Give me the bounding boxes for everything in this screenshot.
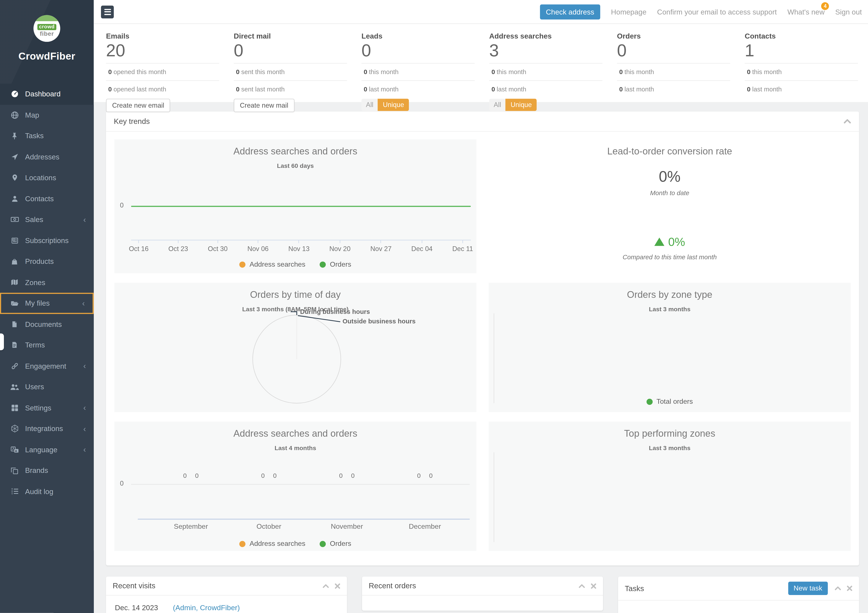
crowdfiber-logo: crowd fiber (33, 15, 60, 42)
chevron-left-icon: ‹ (82, 299, 85, 307)
create-new-email-button[interactable]: Create new email (106, 99, 170, 112)
sidebar-item-contacts[interactable]: Contacts (0, 188, 94, 209)
stat-value: 0 (234, 41, 347, 60)
sidebar-item-settings[interactable]: Settings ‹ (0, 397, 94, 418)
edge-tab[interactable] (0, 334, 4, 350)
chart-address-searches-orders-4mo: Address searches and orders Last 4 month… (115, 421, 476, 551)
chart-title: Address searches and orders (115, 146, 476, 157)
sidebar-item-map[interactable]: Map (0, 105, 94, 125)
brand-area: crowd fiber CrowdFiber (0, 0, 94, 84)
sidebar-nav: Map Tasks Addresses Locations (0, 105, 94, 613)
sidebar-item-dashboard[interactable]: Dashboard (0, 84, 94, 105)
file-text-icon (10, 341, 19, 349)
collapse-icon[interactable] (322, 584, 329, 588)
chevron-left-icon: ‹ (83, 216, 86, 223)
close-icon[interactable] (591, 583, 596, 589)
sidebar-item-label: Products (25, 257, 54, 266)
sidebar-item-integrations[interactable]: Integrations ‹ (0, 418, 94, 439)
toggle-unique[interactable]: Unique (378, 99, 409, 111)
widget-title: Tasks (625, 584, 644, 593)
sidebar-item-tasks[interactable]: Tasks (0, 125, 94, 146)
hexagon-icon (10, 424, 19, 433)
conversion-delta-caption: Compared to this time last month (488, 254, 851, 260)
collapse-icon[interactable] (843, 119, 851, 124)
sidebar-item-label: Audit log (25, 487, 53, 495)
sidebar-item-label: Tasks (25, 132, 44, 140)
confirm-email-link[interactable]: Confirm your email to access support (657, 8, 777, 16)
stat-title: Contacts (745, 32, 858, 40)
sidebar-item-terms[interactable]: Terms (0, 335, 94, 356)
shopping-bag-icon (10, 257, 19, 266)
chevron-left-icon: ‹ (83, 446, 86, 454)
toggle-all[interactable]: All (489, 99, 506, 111)
key-trends-header: Key trends (106, 111, 859, 132)
sidebar-item-label: My files (25, 299, 50, 308)
newspaper-icon (10, 236, 19, 245)
sidebar-item-label: Brands (25, 466, 48, 475)
sidebar-item-products[interactable]: Products (0, 251, 94, 272)
sidebar-item-addresses[interactable]: Addresses (0, 146, 94, 167)
toggle-all[interactable]: All (361, 99, 378, 111)
stat-address-searches: Address searches 3 0this month 0last mon… (489, 32, 603, 95)
sidebar-item-subscriptions[interactable]: Subscriptions (0, 230, 94, 251)
sidebar-item-label: Contacts (25, 195, 54, 203)
sidebar-item-label: Users (25, 383, 44, 391)
svg-text:A: A (14, 449, 17, 452)
orders-flat-line (131, 206, 471, 207)
sidebar-item-label: Engagement (25, 362, 66, 370)
sidebar-item-label: Terms (25, 341, 45, 349)
dashboard-icon (10, 90, 19, 99)
whats-new-link[interactable]: What's new 4 (787, 8, 825, 16)
stat-contacts: Contacts 1 0this month 0last month (745, 32, 858, 95)
visit-date: Dec. 14 2023 (115, 604, 173, 613)
stat-value: 0 (617, 41, 730, 60)
chart-orders-by-time-of-day: Orders by time of day Last 3 months (8AM… (115, 283, 476, 412)
collapse-icon[interactable] (578, 584, 585, 588)
close-icon[interactable] (847, 585, 852, 591)
toggle-unique[interactable]: Unique (505, 99, 537, 111)
crowdfiber-app: crowd fiber CrowdFiber Dashboard Map (0, 0, 868, 613)
sidebar-item-audit-log[interactable]: Audit log (0, 481, 94, 502)
sidebar-item-documents[interactable]: Documents (0, 314, 94, 335)
sidebar-item-zones[interactable]: Zones (0, 272, 94, 293)
sign-out-link[interactable]: Sign out (835, 8, 862, 16)
create-new-mail-button[interactable]: Create new mail (234, 99, 294, 112)
sidebar-item-label: Dashboard (25, 90, 60, 98)
y-axis (494, 313, 494, 403)
pin-icon (10, 132, 19, 140)
widget-title: Recent visits (113, 582, 155, 590)
sidebar: crowd fiber CrowdFiber Dashboard Map (0, 0, 94, 613)
orders-legend-dot (320, 261, 326, 267)
sidebar-item-label: Subscriptions (25, 236, 69, 245)
x-axis-labels: September October November December (138, 522, 470, 531)
sidebar-item-brands[interactable]: Brands (0, 460, 94, 481)
conversion-value: 0% (488, 168, 851, 186)
new-task-button[interactable]: New task (788, 582, 828, 595)
widget-header: Recent visits (106, 577, 347, 596)
sidebar-item-language[interactable]: A Language ‹ (0, 439, 94, 460)
language-icon: A (10, 445, 19, 454)
sidebar-item-sales[interactable]: Sales ‹ (0, 209, 94, 230)
all-unique-toggle: AllUnique (489, 99, 537, 111)
sidebar-item-locations[interactable]: Locations (0, 167, 94, 188)
pie-slice-label: Outside business hours (343, 318, 415, 325)
map-marker-icon (10, 173, 19, 182)
close-icon[interactable] (335, 583, 340, 589)
sidebar-toggle-button[interactable] (101, 5, 114, 18)
conversion-delta: 0% (488, 235, 851, 249)
key-trends-grid: Address searches and orders Last 60 days… (106, 132, 859, 565)
main-area: Check address Homepage Confirm your emai… (94, 0, 868, 613)
stat-title: Address searches (489, 32, 603, 40)
visit-link[interactable]: (Admin, CrowdFiber) (173, 604, 240, 612)
address-searches-legend-dot (239, 541, 245, 547)
collapse-icon[interactable] (834, 586, 841, 591)
up-triangle-icon (654, 238, 664, 246)
homepage-link[interactable]: Homepage (611, 8, 646, 16)
check-address-button[interactable]: Check address (540, 4, 600, 19)
chart-orders-by-zone-type: Orders by zone type Last 3 months Total … (488, 283, 851, 412)
sidebar-item-engagement[interactable]: Engagement ‹ (0, 356, 94, 376)
sidebar-item-users[interactable]: Users (0, 376, 94, 398)
screen: crowd fiber CrowdFiber Dashboard Map (0, 0, 868, 613)
sidebar-item-my-files[interactable]: My files ‹ (0, 293, 94, 314)
chart-title: Address searches and orders (115, 428, 476, 439)
